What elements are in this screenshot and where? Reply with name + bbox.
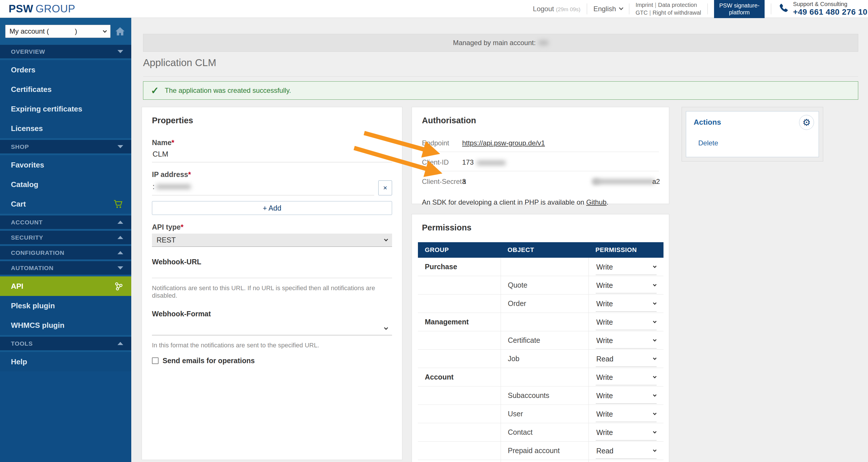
group-cell: Management	[418, 313, 501, 331]
phone-number[interactable]: +49 661 480 276 10	[793, 7, 867, 17]
item-label: Cart	[11, 200, 26, 209]
overview-items: Orders Certificates Expiring certificate…	[0, 60, 131, 138]
webhook-format-select[interactable]	[152, 322, 392, 335]
remove-ip-button[interactable]: ×	[378, 180, 392, 195]
sidebar-section-configuration[interactable]: CONFIGURATION	[0, 246, 131, 259]
properties-title: Properties	[152, 116, 392, 125]
add-ip-button[interactable]: + Add	[152, 201, 392, 215]
permission-select[interactable]: Read	[596, 355, 657, 367]
chevron-up-icon	[118, 236, 123, 239]
page-title: Application CLM	[143, 57, 216, 68]
actions-panel: Actions ⚙ Delete	[682, 107, 823, 161]
table-row: Contact Write	[418, 423, 663, 441]
managed-by-text: Managed by main account:	[453, 39, 536, 47]
checkbox-unchecked-icon[interactable]	[152, 358, 159, 364]
ip-address-label: IP address*	[152, 171, 392, 179]
sidebar-item-expiring-certificates[interactable]: Expiring certificates	[0, 99, 131, 119]
signature-button-line2: platform	[719, 9, 760, 16]
language-select[interactable]: English	[593, 5, 623, 13]
permission-select[interactable]: Write	[596, 373, 657, 385]
sidebar-item-plesk-plugin[interactable]: Plesk plugin	[0, 296, 131, 315]
sidebar-item-licenses[interactable]: Licenses	[0, 119, 131, 138]
logout-link[interactable]: Logout (29m 09s)	[533, 5, 581, 13]
permissions-table-header: GROUP OBJECT PERMISSION	[418, 242, 663, 258]
permission-select[interactable]: Write	[596, 336, 657, 348]
sidebar-item-orders[interactable]: Orders	[0, 60, 131, 80]
support-contact: Support & Consulting +49 661 480 276 10	[777, 1, 867, 17]
gear-icon[interactable]: ⚙	[799, 115, 814, 130]
logout-label: Logout	[533, 5, 554, 13]
permission-select[interactable]: Write	[596, 410, 657, 422]
endpoint-link[interactable]: https://api.psw-group.de/v1	[462, 139, 545, 147]
sidebar-item-api[interactable]: API	[0, 276, 131, 296]
name-input[interactable]: CLM	[152, 147, 392, 162]
gtc-link[interactable]: GTC	[636, 9, 648, 16]
sidebar-item-help[interactable]: Help	[0, 352, 131, 371]
item-label: WHMCS plugin	[11, 321, 64, 330]
github-link[interactable]: Github	[586, 198, 607, 206]
sidebar-section-automation[interactable]: AUTOMATION	[0, 261, 131, 275]
home-icon[interactable]	[115, 27, 125, 36]
table-row: Certificate Write	[418, 331, 663, 350]
divider	[771, 3, 771, 14]
managed-by-banner: Managed by main account:	[143, 34, 858, 52]
sidebar-item-whmcs-plugin[interactable]: WHMCS plugin	[0, 315, 131, 335]
permission-select[interactable]: Write	[596, 263, 657, 275]
session-timer: (29m 09s)	[556, 6, 581, 12]
table-row: User Write	[418, 405, 663, 423]
api-type-value: REST	[157, 236, 176, 244]
section-label: SECURITY	[11, 234, 43, 241]
chevron-down-icon	[653, 301, 657, 305]
sidebar-item-cart[interactable]: Cart	[0, 194, 131, 214]
divider	[707, 3, 708, 14]
sidebar-section-shop[interactable]: SHOP	[0, 140, 131, 153]
permissions-panel: Permissions GROUP OBJECT PERMISSION Purc…	[412, 214, 669, 462]
data-protection-link[interactable]: Data protection	[658, 2, 697, 8]
chevron-up-icon	[118, 342, 123, 345]
support-label: Support & Consulting	[793, 1, 867, 7]
chevron-up-icon	[118, 221, 123, 224]
sidebar-section-tools[interactable]: TOOLS	[0, 337, 131, 350]
language-label: English	[593, 5, 616, 13]
sidebar-section-account[interactable]: ACCOUNT	[0, 215, 131, 229]
sidebar-section-security[interactable]: SECURITY	[0, 231, 131, 244]
alert-message: The application was created successfully…	[165, 87, 291, 95]
permission-select[interactable]: Write	[596, 281, 657, 294]
api-share-icon	[114, 282, 123, 291]
psw-signature-platform-button[interactable]: PSW signature- platform	[714, 0, 765, 18]
right-of-withdrawal-link[interactable]: Right of withdrawal	[653, 9, 701, 16]
section-label: CONFIGURATION	[11, 249, 64, 256]
object-cell: Prepaid account	[501, 441, 589, 460]
sidebar-section-overview[interactable]: OVERVIEW	[0, 45, 131, 58]
imprint-link[interactable]: Imprint	[636, 2, 653, 8]
pipe-separator: |	[653, 2, 658, 8]
permission-select[interactable]: Read	[596, 447, 657, 459]
sidebar-item-certificates[interactable]: Certificates	[0, 80, 131, 99]
ip-address-input[interactable]: :	[152, 179, 374, 195]
object-cell: Certificate	[501, 331, 589, 349]
pipe-separator: |	[648, 9, 653, 16]
webhook-format-label: Webhook-Format	[152, 310, 392, 318]
api-type-select[interactable]: REST	[152, 234, 392, 247]
sidebar-item-catalog[interactable]: Catalog	[0, 175, 131, 194]
sidebar: My account ( ) OVERVIEW Orders Certifica…	[0, 18, 131, 462]
client-secret-label: Client-Secret	[422, 178, 462, 186]
permission-select[interactable]: Write	[596, 318, 657, 330]
chevron-down-icon	[653, 430, 657, 434]
item-label: Favorites	[11, 161, 44, 170]
account-select[interactable]: My account ( )	[5, 25, 111, 38]
permission-select[interactable]: Write	[596, 428, 657, 440]
tools-items: Help	[0, 352, 131, 371]
chevron-down-icon	[619, 6, 623, 10]
redacted-secret-2	[593, 179, 599, 184]
success-alert: ✓ The application was created successful…	[143, 81, 858, 100]
permission-select[interactable]: Write	[596, 300, 657, 312]
permission-select[interactable]: Write	[596, 392, 657, 404]
top-right-menu: Logout (29m 09s) English Imprint|Data pr…	[533, 0, 867, 18]
item-label: Licenses	[11, 124, 43, 133]
send-emails-checkbox-row[interactable]: Send emails for operations	[152, 357, 392, 365]
webhook-url-input[interactable]	[152, 266, 392, 278]
account-row: My account ( )	[0, 18, 131, 45]
delete-action[interactable]: Delete	[698, 139, 718, 147]
sidebar-item-favorites[interactable]: Favorites	[0, 155, 131, 175]
